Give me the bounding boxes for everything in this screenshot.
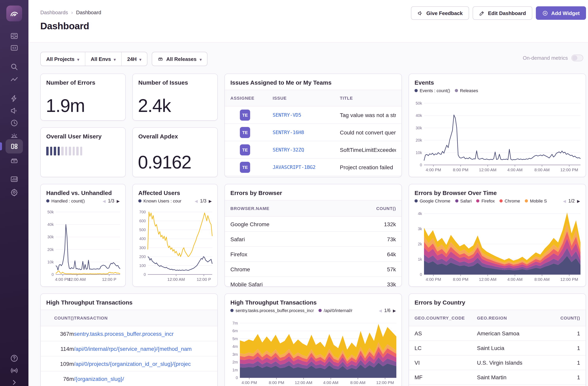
widget-errors-by-browser-over-time[interactable]: Errors by Browser Over Time Google Chrom… [409, 184, 586, 287]
table-row[interactable]: TESENTRY-16H8Could not convert query [225, 124, 401, 141]
table-row[interactable]: 114m/api/0/internal/rpc/{service_name}/{… [41, 341, 217, 356]
prev-page-icon[interactable]: ◀ [103, 199, 105, 203]
affected-users-chart[interactable]: 010020030040050060070012:00 AM12:00 P [137, 209, 214, 284]
legend-item[interactable]: Known Users : cour [138, 199, 181, 203]
widget-user-misery[interactable]: Overall User Misery [40, 127, 126, 177]
sentry-logo[interactable] [6, 5, 22, 21]
widget-apdex[interactable]: Overall Apdex 0.9162 [132, 127, 218, 177]
table-cell[interactable]: SENTRY-32ZQ [273, 147, 340, 153]
widget-events[interactable]: Events Events : count()Releases 010k20k3… [409, 73, 586, 177]
edit-dashboard-button[interactable]: Edit Dashboard [473, 6, 532, 20]
table-row[interactable]: VIU.S. Virgin Islands1 [409, 356, 586, 370]
next-page-icon[interactable]: ▶ [209, 199, 212, 203]
widget-errors-by-country[interactable]: Errors by Country GEO.COUNTRY_CODEGEO.RE… [409, 294, 586, 386]
table-cell[interactable]: /api/0/projects/{organization_id_or_slug… [74, 361, 212, 367]
prev-page-icon[interactable]: ◀ [563, 199, 566, 203]
widget-high-throughput-chart[interactable]: High Throughput Transactions sentry.task… [224, 294, 402, 386]
give-feedback-button[interactable]: Give Feedback [411, 6, 469, 20]
settings-icon[interactable] [10, 188, 19, 197]
widget-affected-users[interactable]: Affected Users Known Users : cour◀1/3▶ 0… [132, 184, 218, 287]
table-row[interactable]: ASAmerican Samoa1 [409, 326, 586, 341]
widget-errors-by-browser[interactable]: Errors by Browser BROWSER.NAMECOUNT()Goo… [224, 184, 402, 287]
table-cell: 1 [552, 330, 580, 337]
high-throughput-chart[interactable]: 01m2m3m4m5m6m7m4:00 PM8:00 PM12:00 AM4:0… [229, 320, 398, 386]
events-chart[interactable]: 010k20k30k40k50k4:00 PM8:00 PM12:00 AM4:… [413, 100, 583, 174]
widget-high-throughput-table[interactable]: High Throughput Transactions COUNT()TRAN… [40, 294, 218, 386]
performance-icon[interactable] [10, 75, 19, 84]
column-header[interactable]: COUNT() [46, 316, 74, 320]
table-row[interactable]: LCSaint Lucia1 [409, 341, 586, 356]
search-icon[interactable] [10, 63, 19, 71]
collapse-icon[interactable] [10, 378, 19, 386]
table-row[interactable]: MFSaint Martin1 [409, 370, 586, 385]
prev-page-icon[interactable]: ◀ [379, 308, 382, 313]
alerts-icon[interactable] [10, 131, 19, 140]
table-row[interactable]: Safari73k [225, 232, 401, 247]
column-header[interactable]: ASSIGNEE [230, 96, 273, 100]
widget-issues-assigned[interactable]: Issues Assigned to Me or My Teams ASSIGN… [224, 73, 402, 177]
column-header[interactable]: COUNT() [552, 316, 580, 320]
table-row[interactable]: 109m/api/0/projects/{organization_id_or_… [41, 356, 217, 371]
explore-icon[interactable] [10, 44, 19, 52]
legend-item[interactable]: Releases [455, 88, 478, 93]
column-header[interactable]: TITLE [340, 96, 396, 100]
errors-over-time-chart[interactable]: 01k2k3k4k4:00 PM8:00 PM12:00 AM4:00 AM8:… [413, 210, 583, 284]
table-cell[interactable]: JAVASCRIPT-1BG2 [273, 164, 340, 170]
issues-icon[interactable] [10, 32, 19, 40]
releases-icon[interactable] [10, 156, 19, 165]
table-cell[interactable]: SENTRY-16H8 [273, 129, 340, 135]
table-row[interactable]: Mobile Safari33k [225, 277, 401, 287]
legend-item[interactable]: Safari [455, 199, 472, 203]
breadcrumb-parent[interactable]: Dashboards [40, 9, 68, 15]
table-cell[interactable]: SENTRY-VD5 [273, 112, 340, 118]
legend-item[interactable]: Events : count() [415, 88, 450, 93]
widget-handled-vs-unhandled[interactable]: Handled vs. Unhandled Handled : count()◀… [40, 184, 126, 287]
add-widget-button[interactable]: Add Widget [536, 6, 586, 20]
table-row[interactable]: Google Chrome132k [225, 217, 401, 232]
table-row[interactable]: TESENTRY-VD5Tag value was not a strin [225, 106, 401, 124]
column-header[interactable]: BROWSER.NAME [230, 206, 360, 211]
column-header[interactable]: TRANSACTION [74, 316, 212, 320]
column-header[interactable]: GEO.REGION [477, 316, 552, 320]
legend-item[interactable]: Handled : count() [46, 199, 85, 203]
table-cell[interactable]: /api/0/internal/rpc/{service_name}/{meth… [74, 345, 212, 352]
avatar[interactable]: TE [240, 109, 250, 120]
column-header[interactable]: ISSUE [273, 96, 340, 100]
help-icon[interactable] [10, 354, 19, 363]
table-row[interactable]: TEJAVASCRIPT-1BG2Project creation failed [225, 159, 401, 176]
column-header[interactable]: COUNT() [360, 206, 396, 211]
stats-icon[interactable] [10, 175, 19, 183]
feedback-icon[interactable] [10, 106, 19, 115]
legend-item[interactable]: Mobile S [525, 199, 547, 203]
next-page-icon[interactable]: ▶ [393, 308, 396, 313]
widget-number-of-errors[interactable]: Number of Errors 1.9m [40, 73, 126, 121]
widget-number-of-issues[interactable]: Number of Issues 2.4k [132, 73, 218, 121]
legend-label: Known Users : cour [144, 199, 181, 203]
legend-item[interactable]: /api/0/internal/r [319, 308, 353, 313]
svg-text:0: 0 [144, 272, 146, 277]
next-page-icon[interactable]: ▶ [117, 199, 120, 203]
next-page-icon[interactable]: ▶ [577, 199, 580, 203]
table-row[interactable]: Chrome57k [225, 262, 401, 277]
avatar[interactable]: TE [240, 144, 250, 155]
table-cell[interactable]: sentry.tasks.process_buffer.process_incr [74, 330, 212, 337]
legend-item[interactable]: Firefox [476, 199, 495, 203]
column-header[interactable]: GEO.COUNTRY_CODE [415, 316, 477, 320]
replays-icon[interactable] [10, 119, 19, 127]
broadcast-icon[interactable] [10, 366, 19, 375]
legend-item[interactable]: sentry.tasks.process_buffer.process_incr [230, 308, 314, 313]
table-row[interactable]: 76m/{organization_slug}/ [41, 371, 217, 386]
legend-item[interactable]: Chrome [500, 199, 520, 203]
prev-page-icon[interactable]: ◀ [195, 199, 198, 203]
table-row[interactable]: Firefox64k [225, 247, 401, 262]
avatar[interactable]: TE [240, 161, 250, 173]
table-cell[interactable]: /{organization_slug}/ [74, 376, 212, 382]
legend-item[interactable]: Google Chrome [415, 199, 450, 203]
big-number-value: 2.4k [138, 95, 171, 116]
dashboards-icon[interactable] [10, 142, 19, 151]
handled-chart[interactable]: 010k20k30k40k50k4:00 PM12:00 AM12:00 P [45, 209, 122, 284]
table-row[interactable]: TESENTRY-32ZQSoftTimeLimitExceeded [225, 141, 401, 159]
avatar[interactable]: TE [240, 127, 250, 138]
table-row[interactable]: 367msentry.tasks.process_buffer.process_… [41, 326, 217, 341]
lightning-icon[interactable] [10, 94, 19, 103]
